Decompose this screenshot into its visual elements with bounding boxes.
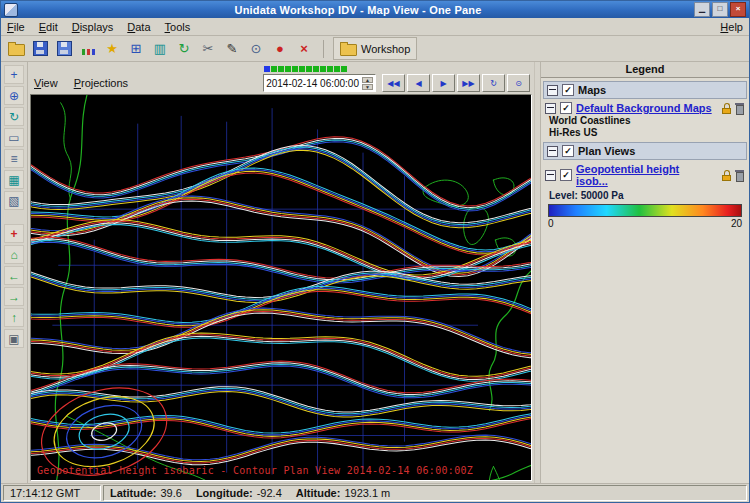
latitude-label: Latitude: (110, 487, 156, 499)
open-bundle-button[interactable] (6, 39, 26, 59)
anim-play-button[interactable]: ▶ (432, 74, 455, 92)
workshop-button[interactable]: Workshop (333, 37, 417, 60)
plan-views-checkbox[interactable] (562, 145, 574, 157)
background-maps-link[interactable]: Default Background Maps (576, 102, 712, 114)
time-field[interactable]: 2014-02-14 06:00:00 (263, 74, 376, 92)
time-segment[interactable] (341, 66, 347, 72)
maps-checkbox[interactable] (562, 84, 574, 96)
pan-left-button[interactable]: ← (4, 266, 24, 285)
anim-end-button[interactable]: ▶▶ (457, 74, 480, 92)
plan-views-category-label: Plan Views (578, 145, 635, 157)
panel-splitter[interactable] (534, 62, 541, 483)
close-button[interactable]: × (730, 2, 746, 17)
ruler-button[interactable]: ▭ (4, 128, 24, 147)
scissors-icon: ✂ (203, 41, 214, 56)
statusbar: 17:14:12 GMT Latitude: 39.6 Longitude: -… (1, 483, 749, 502)
color-scale-bar[interactable] (548, 204, 742, 217)
time-segment[interactable] (271, 66, 277, 72)
time-segment[interactable] (292, 66, 298, 72)
grid-button[interactable]: ▦ (4, 170, 24, 189)
collapse-icon[interactable] (547, 146, 558, 157)
lock-icon[interactable] (722, 103, 731, 114)
settings-button[interactable]: ≡ (4, 149, 24, 168)
clock-button[interactable]: ⊙ (246, 39, 266, 59)
pan-right-button[interactable]: → (4, 287, 24, 306)
contour-map-graphic (31, 95, 531, 480)
altitude-label: Altitude: (296, 487, 341, 499)
draw-button[interactable]: ✎ (222, 39, 242, 59)
menu-view[interactable]: View (34, 77, 58, 89)
field-selector-button[interactable]: ⊞ (126, 39, 146, 59)
geopotential-link[interactable]: Geopotential height isob... (576, 163, 714, 187)
menu-displays[interactable]: Displays (72, 21, 114, 33)
save-bundle-button[interactable] (30, 39, 50, 59)
time-segment[interactable] (278, 66, 284, 72)
pan-button[interactable]: + (4, 65, 24, 84)
map-canvas[interactable]: Geopotential height isobaric - Contour P… (30, 94, 532, 481)
home-view-button[interactable]: ⌂ (4, 245, 24, 264)
menu-data[interactable]: Data (127, 21, 150, 33)
latitude-value: 39.6 (160, 487, 181, 499)
toolbar-separator (323, 40, 324, 58)
time-segment[interactable] (306, 66, 312, 72)
titlebar[interactable]: Unidata Workshop IDV - Map View - One Pa… (1, 1, 749, 18)
menu-help[interactable]: Help (720, 21, 743, 33)
time-segment[interactable] (285, 66, 291, 72)
refresh-button[interactable]: ↻ (174, 39, 194, 59)
workshop-folder-icon (340, 44, 357, 56)
anim-start-button[interactable]: ◀◀ (382, 74, 405, 92)
legend-category-plan-views[interactable]: Plan Views (543, 142, 747, 160)
snapshot-icon: ▣ (8, 332, 19, 346)
trash-icon[interactable] (735, 170, 744, 181)
lock-icon[interactable] (722, 170, 731, 181)
marker-button[interactable]: + (4, 224, 24, 243)
time-segment[interactable] (320, 66, 326, 72)
time-segment[interactable] (334, 66, 340, 72)
time-segment[interactable] (264, 66, 270, 72)
trash-icon[interactable] (735, 103, 744, 114)
anim-clock-icon: ⊙ (515, 79, 522, 88)
minimize-button[interactable]: ▁ (694, 2, 710, 17)
pan-up-button[interactable]: ↑ (4, 308, 24, 327)
collapse-icon[interactable] (547, 85, 558, 96)
chart-button[interactable] (78, 39, 98, 59)
cut-button[interactable]: ✂ (198, 39, 218, 59)
pan-icon: + (10, 68, 17, 82)
marker-icon: + (10, 227, 17, 241)
window-icon (4, 3, 18, 17)
time-segments-bar[interactable] (264, 66, 347, 72)
data-explorer-button[interactable]: ▥ (150, 39, 170, 59)
refresh-icon: ↻ (179, 41, 190, 56)
zoom-button[interactable]: ⊕ (4, 86, 24, 105)
collapse-icon[interactable] (545, 170, 556, 181)
spinner-down-icon (362, 84, 373, 90)
display-caption: Geopotential height isobaric - Contour P… (37, 465, 473, 476)
region-button[interactable]: ▧ (4, 191, 24, 210)
maximize-button[interactable]: □ (712, 2, 728, 17)
snapshot-button[interactable]: ▣ (4, 329, 24, 348)
menu-file[interactable]: File (7, 21, 25, 33)
favorites-button[interactable]: ★ (102, 39, 122, 59)
menu-projections[interactable]: Projections (74, 77, 128, 89)
time-segment[interactable] (327, 66, 333, 72)
time-segment[interactable] (299, 66, 305, 72)
anim-loop-button[interactable]: ↻ (482, 74, 505, 92)
longitude-value: -92.4 (257, 487, 282, 499)
collapse-icon[interactable] (545, 103, 556, 114)
background-maps-checkbox[interactable] (560, 102, 572, 114)
rotate-button[interactable]: ↻ (4, 107, 24, 126)
geopotential-checkbox[interactable] (560, 169, 572, 181)
window-title: Unidata Workshop IDV - Map View - One Pa… (22, 4, 694, 16)
anim-back-button[interactable]: ◀ (407, 74, 430, 92)
menu-edit[interactable]: Edit (39, 21, 58, 33)
save-as-button[interactable] (54, 39, 74, 59)
remove-displays-button[interactable]: × (294, 39, 314, 59)
time-spinner[interactable] (362, 77, 373, 90)
menu-tools[interactable]: Tools (165, 21, 191, 33)
arrow-up-icon: ↑ (11, 311, 17, 325)
time-segment[interactable] (313, 66, 319, 72)
legend-category-maps[interactable]: Maps (543, 81, 747, 99)
maps-category-label: Maps (578, 84, 606, 96)
anim-properties-button[interactable]: ⊙ (507, 74, 530, 92)
record-button[interactable]: ● (270, 39, 290, 59)
